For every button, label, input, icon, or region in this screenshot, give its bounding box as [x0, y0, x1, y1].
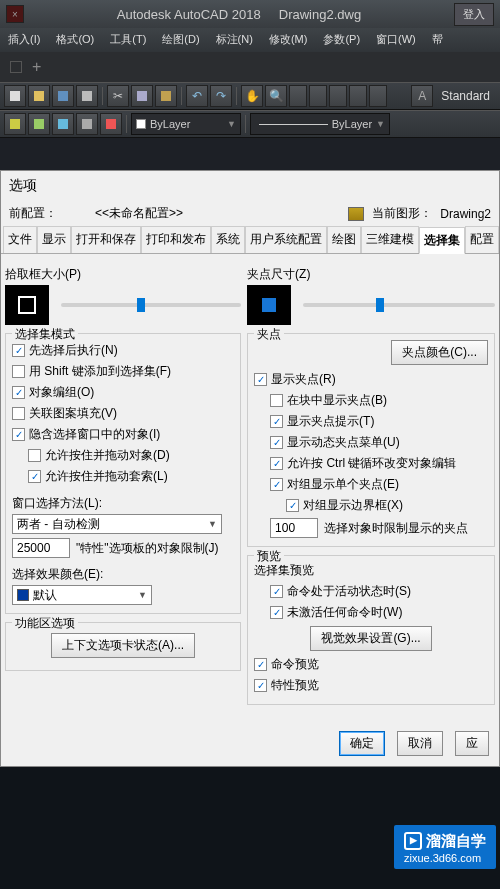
tool-copy-icon[interactable]	[131, 85, 153, 107]
menu-help[interactable]: 帮	[424, 28, 451, 52]
pickbox-size-label: 拾取框大小(P)	[5, 266, 241, 283]
chk-allow-drag-obj[interactable]	[28, 449, 41, 462]
tab-selection[interactable]: 选择集	[419, 227, 465, 254]
tool-misc3-icon[interactable]	[329, 85, 347, 107]
tab-drafting[interactable]: 绘图	[327, 226, 361, 253]
close-button[interactable]: ×	[6, 5, 24, 23]
toolbar-row-1: ✂ ↶ ↷ ✋ 🔍 A Standard	[0, 82, 500, 110]
property-limit-input[interactable]: 25000	[12, 538, 70, 558]
menu-modify[interactable]: 修改(M)	[261, 28, 316, 52]
new-tab-button[interactable]: +	[22, 58, 51, 76]
dialog-button-row: 确定 取消 应	[1, 721, 499, 766]
grip-limit-input[interactable]: 100	[270, 518, 318, 538]
grip-preview	[247, 285, 291, 325]
profile-label: 前配置：	[9, 205, 57, 222]
play-icon: ▶	[404, 832, 422, 850]
menu-window[interactable]: 窗口(W)	[368, 28, 424, 52]
tool-zoom-icon[interactable]: 🔍	[265, 85, 287, 107]
chk-group-single-grip[interactable]	[270, 478, 283, 491]
grips-group: 夹点 夹点颜色(C)... 显示夹点(R) 在块中显示夹点(B) 显示夹点提示(…	[247, 333, 495, 547]
visual-effect-button[interactable]: 视觉效果设置(G)...	[310, 626, 431, 651]
chk-grips-in-blocks[interactable]	[270, 394, 283, 407]
effect-color-label: 选择效果颜色(E):	[12, 566, 234, 583]
window-method-select[interactable]: 两者 - 自动检测▼	[12, 514, 222, 534]
menubar: 插入(I) 格式(O) 工具(T) 绘图(D) 标注(N) 修改(M) 参数(P…	[0, 28, 500, 52]
tab-profiles[interactable]: 配置	[465, 226, 499, 253]
start-tab-icon[interactable]	[10, 61, 22, 73]
pickbox-size-slider[interactable]	[61, 303, 241, 307]
login-button[interactable]: 登入	[454, 3, 494, 26]
chk-command-preview[interactable]	[254, 658, 267, 671]
ok-button[interactable]: 确定	[339, 731, 385, 756]
chk-preview-active[interactable]	[270, 585, 283, 598]
tool-new-icon[interactable]	[4, 85, 26, 107]
menu-parametric[interactable]: 参数(P)	[315, 28, 368, 52]
tool-cut-icon[interactable]: ✂	[107, 85, 129, 107]
tool-misc5-icon[interactable]	[369, 85, 387, 107]
chk-implied-window[interactable]	[12, 428, 25, 441]
effect-color-select[interactable]: 默认▼	[12, 585, 152, 605]
chk-grip-tips[interactable]	[270, 415, 283, 428]
tab-display[interactable]: 显示	[37, 226, 71, 253]
grip-size-slider[interactable]	[303, 303, 495, 307]
context-tab-state-button[interactable]: 上下文选项卡状态(A)...	[51, 633, 195, 658]
chk-ctrl-cycle[interactable]	[270, 457, 283, 470]
titlebar: × Autodesk AutoCAD 2018 Drawing2.dwg 登入	[0, 0, 500, 28]
file-name: Drawing2.dwg	[279, 7, 361, 22]
chk-shift-add[interactable]	[12, 365, 25, 378]
tool-misc2-icon[interactable]	[309, 85, 327, 107]
tool-misc1-icon[interactable]	[289, 85, 307, 107]
color-selector[interactable]: ByLayer ▼	[131, 113, 241, 135]
chk-group-bbox[interactable]	[286, 499, 299, 512]
layer-state-icon[interactable]	[28, 113, 50, 135]
grip-color-button[interactable]: 夹点颜色(C)...	[391, 340, 488, 365]
tool-pan-icon[interactable]: ✋	[241, 85, 263, 107]
chk-show-grips[interactable]	[254, 373, 267, 386]
layer-prop-icon[interactable]	[4, 113, 26, 135]
tab-strip: +	[0, 52, 500, 82]
tool-print-icon[interactable]	[76, 85, 98, 107]
chk-assoc-hatch[interactable]	[12, 407, 25, 420]
cancel-button[interactable]: 取消	[397, 731, 443, 756]
window-method-label: 窗口选择方法(L):	[12, 495, 234, 512]
chk-property-preview[interactable]	[254, 679, 267, 692]
tab-userpref[interactable]: 用户系统配置	[245, 226, 327, 253]
tool-paste-icon[interactable]	[155, 85, 177, 107]
tool-misc4-icon[interactable]	[349, 85, 367, 107]
menu-draw[interactable]: 绘图(D)	[154, 28, 207, 52]
tab-plot[interactable]: 打印和发布	[141, 226, 211, 253]
tab-system[interactable]: 系统	[211, 226, 245, 253]
chk-object-group[interactable]	[12, 386, 25, 399]
chk-allow-drag-lasso[interactable]	[28, 470, 41, 483]
drawing-canvas[interactable]	[0, 138, 500, 170]
grip-size-label: 夹点尺寸(Z)	[247, 266, 495, 283]
menu-format[interactable]: 格式(O)	[48, 28, 102, 52]
dialog-tabs: 文件 显示 打开和保存 打印和发布 系统 用户系统配置 绘图 三维建模 选择集 …	[1, 226, 499, 254]
app-name: Autodesk AutoCAD 2018	[117, 7, 261, 22]
selection-mode-group: 选择集模式 先选择后执行(N) 用 Shift 键添加到选择集(F) 对象编组(…	[5, 333, 241, 614]
tool-dimstyle-icon[interactable]: A	[411, 85, 433, 107]
menu-insert[interactable]: 插入(I)	[0, 28, 48, 52]
tool-undo-icon[interactable]: ↶	[186, 85, 208, 107]
ribbon-options-group: 功能区选项 上下文选项卡状态(A)...	[5, 622, 241, 671]
watermark: ▶溜溜自学 zixue.3d66.com	[394, 825, 496, 869]
drawing-icon	[348, 207, 364, 221]
tool-open-icon[interactable]	[28, 85, 50, 107]
linetype-selector[interactable]: ByLayer ▼	[250, 113, 390, 135]
apply-button[interactable]: 应	[455, 731, 489, 756]
tool-redo-icon[interactable]: ↷	[210, 85, 232, 107]
tool-save-icon[interactable]	[52, 85, 74, 107]
chk-noun-verb[interactable]	[12, 344, 25, 357]
chk-dynamic-grip-menu[interactable]	[270, 436, 283, 449]
tab-file[interactable]: 文件	[3, 226, 37, 253]
chk-preview-noactive[interactable]	[270, 606, 283, 619]
menu-dimension[interactable]: 标注(N)	[208, 28, 261, 52]
tab-3dmodeling[interactable]: 三维建模	[361, 226, 419, 253]
options-dialog: 选项 前配置： <<未命名配置>> 当前图形： Drawing2 文件 显示 打…	[0, 170, 500, 767]
layer-color-icon[interactable]	[100, 113, 122, 135]
layer-lock-icon[interactable]	[76, 113, 98, 135]
tab-opensave[interactable]: 打开和保存	[71, 226, 141, 253]
menu-tools[interactable]: 工具(T)	[102, 28, 154, 52]
pickbox-preview	[5, 285, 49, 325]
layer-freeze-icon[interactable]	[52, 113, 74, 135]
